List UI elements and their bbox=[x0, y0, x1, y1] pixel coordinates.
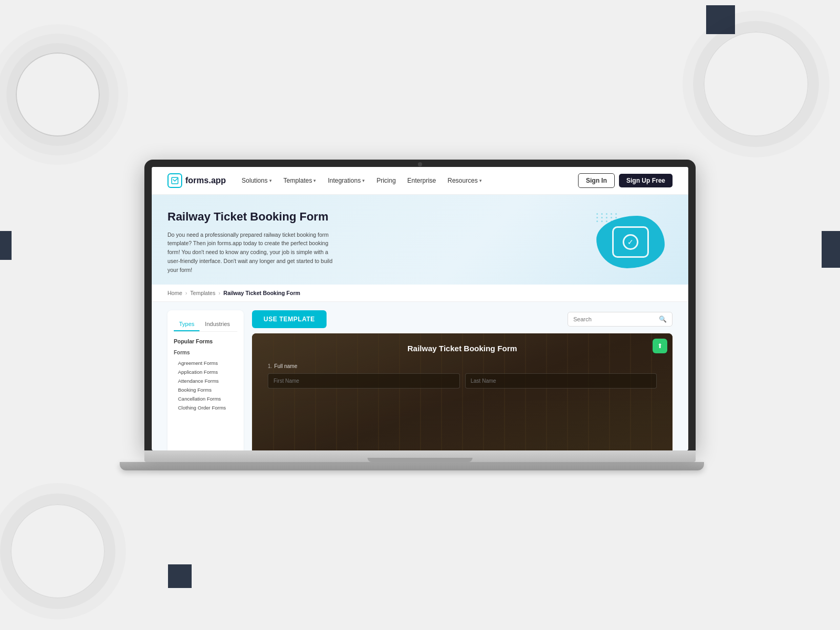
bg-circle-bottom-left bbox=[10, 504, 105, 598]
form-field-1-label: 1. Full name bbox=[268, 363, 657, 369]
nav-enterprise[interactable]: Enterprise bbox=[402, 174, 442, 187]
content-toolbar: USE TEMPLATE 🔍 bbox=[252, 310, 673, 328]
first-name-input[interactable] bbox=[268, 373, 460, 388]
laptop-base bbox=[144, 450, 696, 462]
bg-square-1 bbox=[706, 5, 735, 34]
camera bbox=[418, 162, 422, 166]
hero-check-icon: ✓ bbox=[623, 234, 638, 250]
content-area: USE TEMPLATE 🔍 ⬆ bbox=[252, 310, 673, 450]
nav-resources[interactable]: Resources ▾ bbox=[443, 174, 487, 187]
sidebar-popular-forms-title: Popular Forms bbox=[174, 338, 237, 344]
upload-icon: ⬆ bbox=[657, 342, 663, 350]
form-preview: ⬆ Railway Ticket Booking Form 1. Full na… bbox=[252, 333, 673, 450]
templates-chevron-icon: ▾ bbox=[313, 178, 316, 183]
logo[interactable]: forms.app bbox=[167, 173, 226, 188]
form-preview-title: Railway Ticket Booking Form bbox=[268, 344, 657, 353]
form-preview-content: Railway Ticket Booking Form 1. Full name bbox=[252, 333, 673, 397]
form-field-1-num: 1. bbox=[268, 363, 272, 369]
screen-inner: forms.app Solutions ▾ Templates ▾ Integr… bbox=[152, 167, 688, 450]
sidebar-item-attendance[interactable]: Attendance Forms bbox=[174, 376, 237, 385]
sidebar-item-agreement[interactable]: Agreement Forms bbox=[174, 359, 237, 368]
logo-icon bbox=[167, 173, 182, 188]
breadcrumb-sep-2: › bbox=[218, 290, 220, 296]
nav-actions: Sign In Sign Up Free bbox=[578, 173, 673, 188]
signup-button[interactable]: Sign Up Free bbox=[619, 174, 673, 187]
main-content: Types Industries Popular Forms Forms Agr… bbox=[152, 302, 688, 450]
bg-circle-top-right bbox=[704, 32, 808, 136]
nav-pricing[interactable]: Pricing bbox=[371, 174, 401, 187]
sidebar-item-clothing[interactable]: Clothing Order Forms bbox=[174, 403, 237, 412]
sidebar-item-booking[interactable]: Booking Forms bbox=[174, 385, 237, 394]
integrations-chevron-icon: ▾ bbox=[362, 178, 365, 183]
breadcrumb-sep-1: › bbox=[185, 290, 187, 296]
breadcrumb-bar: Home › Templates › Railway Ticket Bookin… bbox=[152, 285, 688, 302]
hero-description: Do you need a professionally prepared ra… bbox=[167, 230, 335, 275]
signin-button[interactable]: Sign In bbox=[578, 173, 615, 188]
breadcrumb-home[interactable]: Home bbox=[167, 290, 182, 296]
use-template-button[interactable]: USE TEMPLATE bbox=[252, 310, 327, 328]
bg-square-3 bbox=[822, 231, 840, 268]
hero-content: Railway Ticket Booking Form Do you need … bbox=[167, 209, 335, 274]
hero-title: Railway Ticket Booking Form bbox=[167, 209, 335, 224]
laptop-container: forms.app Solutions ▾ Templates ▾ Integr… bbox=[144, 160, 696, 470]
nav-links: Solutions ▾ Templates ▾ Integrations ▾ bbox=[236, 174, 578, 187]
nav-solutions[interactable]: Solutions ▾ bbox=[236, 174, 277, 187]
breadcrumb-current: Railway Ticket Booking Form bbox=[224, 290, 300, 296]
hero-section: Railway Ticket Booking Form Do you need … bbox=[152, 195, 688, 285]
tab-industries[interactable]: Industries bbox=[200, 318, 235, 331]
website: forms.app Solutions ▾ Templates ▾ Integr… bbox=[152, 167, 688, 450]
last-name-input[interactable] bbox=[465, 373, 657, 388]
form-name-inputs-row bbox=[268, 373, 657, 388]
camera-bar bbox=[418, 162, 422, 166]
upload-image-button[interactable]: ⬆ bbox=[653, 339, 667, 353]
navbar: forms.app Solutions ▾ Templates ▾ Integr… bbox=[152, 167, 688, 195]
form-field-1-text: Full name bbox=[274, 363, 297, 369]
resources-chevron-icon: ▾ bbox=[479, 178, 482, 183]
nav-integrations[interactable]: Integrations ▾ bbox=[322, 174, 370, 187]
hero-illustration: ✓ bbox=[589, 211, 673, 274]
nav-templates[interactable]: Templates ▾ bbox=[278, 174, 322, 187]
laptop-foot bbox=[120, 462, 704, 470]
bg-circle-rings-tl bbox=[16, 52, 100, 136]
search-icon: 🔍 bbox=[659, 316, 667, 323]
sidebar-forms-group: Forms bbox=[174, 350, 237, 355]
search-input[interactable] bbox=[573, 316, 656, 322]
laptop-screen: forms.app Solutions ▾ Templates ▾ Integr… bbox=[144, 160, 696, 450]
sidebar-item-application[interactable]: Application Forms bbox=[174, 368, 237, 376]
tab-types[interactable]: Types bbox=[174, 318, 200, 331]
sidebar-tabs: Types Industries bbox=[174, 318, 237, 332]
breadcrumb-templates[interactable]: Templates bbox=[190, 290, 215, 296]
solutions-chevron-icon: ▾ bbox=[269, 178, 272, 183]
bg-square-2 bbox=[168, 564, 192, 588]
search-box[interactable]: 🔍 bbox=[568, 312, 673, 327]
hero-icon-box: ✓ bbox=[612, 226, 649, 258]
bg-square-4 bbox=[0, 231, 12, 260]
sidebar-item-cancellation[interactable]: Cancellation Forms bbox=[174, 394, 237, 403]
breadcrumb: Home › Templates › Railway Ticket Bookin… bbox=[167, 290, 673, 296]
sidebar: Types Industries Popular Forms Forms Agr… bbox=[167, 310, 244, 450]
